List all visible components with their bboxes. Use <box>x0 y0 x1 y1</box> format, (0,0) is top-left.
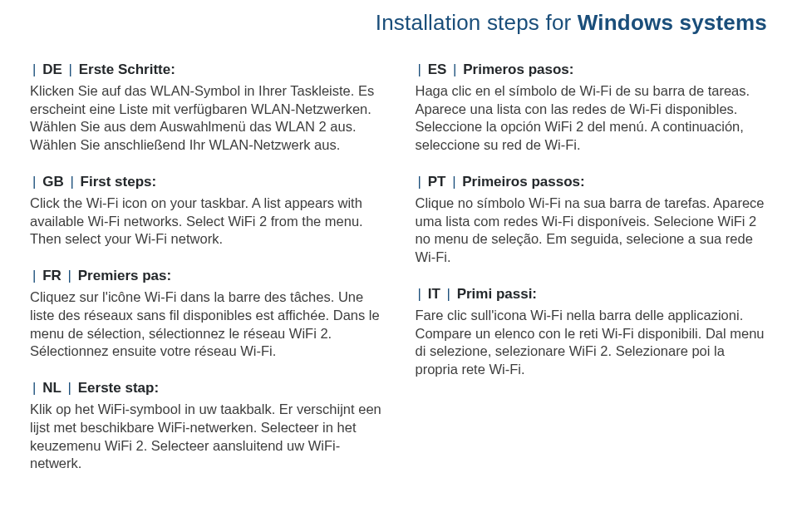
heading-es: | ES | Primeros pasos: <box>416 61 768 80</box>
section-pt: | PT | Primeiros passos: Clique no símbo… <box>416 173 768 267</box>
content-columns: | DE | Erste Schritte: Klicken Sie auf d… <box>30 61 767 491</box>
heading-gb: | GB | First steps: <box>30 173 382 192</box>
heading-fr: | FR | Premiers pas: <box>30 267 382 286</box>
heading-pt: | PT | Primeiros passos: <box>416 173 768 192</box>
body-fr: Cliquez sur l'icône Wi-Fi dans la barre … <box>30 288 382 361</box>
section-nl: | NL | Eerste stap: Klik op het WiFi-sym… <box>30 379 382 473</box>
section-it: | IT | Primi passi: Fare clic sull'icona… <box>416 285 768 379</box>
heading-nl: | NL | Eerste stap: <box>30 379 382 398</box>
section-fr: | FR | Premiers pas: Cliquez sur l'icône… <box>30 267 382 361</box>
page-title: Installation steps for Windows systems <box>30 10 767 36</box>
body-gb: Click the Wi-Fi icon on your taskbar. A … <box>30 195 382 249</box>
left-column: | DE | Erste Schritte: Klicken Sie auf d… <box>30 61 382 491</box>
section-es: | ES | Primeros pasos: Haga clic en el s… <box>416 61 768 155</box>
body-it: Fare clic sull'icona Wi-Fi nella barra d… <box>416 307 768 379</box>
right-column: | ES | Primeros pasos: Haga clic en el s… <box>416 61 768 491</box>
body-nl: Klik op het WiFi-symbool in uw taakbalk.… <box>30 401 382 473</box>
heading-it: | IT | Primi passi: <box>416 285 768 304</box>
title-emphasis: Windows systems <box>578 10 767 35</box>
body-pt: Clique no símbolo Wi-Fi na sua barra de … <box>416 195 768 267</box>
title-prefix: Installation steps for <box>376 10 578 35</box>
section-de: | DE | Erste Schritte: Klicken Sie auf d… <box>30 61 382 155</box>
body-de: Klicken Sie auf das WLAN-Symbol in Ihrer… <box>30 82 382 155</box>
body-es: Haga clic en el símbolo de Wi-Fi de su b… <box>416 82 768 155</box>
section-gb: | GB | First steps: Click the Wi-Fi icon… <box>30 173 382 249</box>
heading-de: | DE | Erste Schritte: <box>30 61 382 80</box>
